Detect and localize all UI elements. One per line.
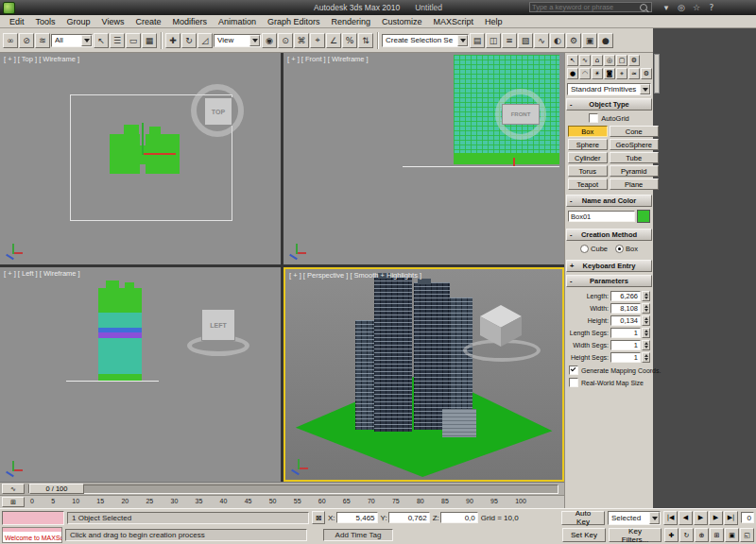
spinner-icon[interactable] xyxy=(642,303,650,314)
angle-snap-icon[interactable]: ∠ xyxy=(326,33,341,48)
menu-item[interactable]: Views xyxy=(96,17,130,26)
select-and-scale-icon[interactable]: ◿ xyxy=(198,33,213,48)
box-button[interactable]: Box xyxy=(568,126,608,137)
pyramid-button[interactable]: Pyramid xyxy=(610,165,659,177)
help-icon[interactable]: ? xyxy=(705,1,718,13)
building-tower[interactable] xyxy=(374,277,412,432)
parameter-value-field[interactable]: 6,266 xyxy=(610,291,641,301)
create-tab-icon[interactable]: ↖ xyxy=(567,55,578,66)
dropdown-arrow-icon[interactable] xyxy=(640,84,650,94)
keyboard-entry-rollout-header[interactable]: + Keyboard Entry xyxy=(566,260,652,272)
favorites-star-icon[interactable]: ☆ xyxy=(690,1,703,13)
named-selection-dropdown[interactable]: Create Selection Se xyxy=(382,34,469,47)
parameter-value-field[interactable]: 1 xyxy=(610,340,641,350)
panel-scrollbar[interactable] xyxy=(654,54,660,94)
keyboard-override-icon[interactable]: ⌘ xyxy=(294,33,309,48)
menu-item[interactable]: Animation xyxy=(213,17,262,26)
search-icon[interactable] xyxy=(640,4,647,11)
dropdown-arrow-icon[interactable] xyxy=(649,512,660,524)
display-tab-icon[interactable]: ▢ xyxy=(616,55,627,66)
graph-editors-icon[interactable]: ∿ xyxy=(534,33,549,48)
parameter-value-field[interactable]: 1 xyxy=(610,352,641,363)
plane-button[interactable]: Plane xyxy=(610,178,659,190)
crossing-selection-icon[interactable]: ▦ xyxy=(142,33,157,48)
teapot-button[interactable]: Teapot xyxy=(568,178,608,190)
generate-mapping-checkbox[interactable] xyxy=(569,366,578,375)
go-to-end-icon[interactable]: ▶| xyxy=(724,511,738,525)
macro-recorder-strip[interactable] xyxy=(2,511,64,525)
mirror-icon[interactable]: ◫ xyxy=(486,33,501,48)
select-and-manipulate-icon[interactable]: ⊙ xyxy=(278,33,293,48)
pan-view-icon[interactable]: ✚ xyxy=(664,528,679,542)
x-coordinate-field[interactable]: 5,465 xyxy=(336,512,378,523)
viewport-left[interactable]: [ + ] [ Left ] [ Wireframe ] LEFT xyxy=(0,267,281,482)
spinner-icon[interactable] xyxy=(642,291,650,301)
parameters-rollout-header[interactable]: - Parameters xyxy=(566,275,652,287)
torus-button[interactable]: Torus xyxy=(568,165,608,177)
cube-radio[interactable] xyxy=(580,245,589,253)
select-object-icon[interactable]: ↖ xyxy=(94,33,109,48)
next-frame-icon[interactable]: ▶ xyxy=(709,511,723,525)
box-object-left-view[interactable] xyxy=(98,313,142,328)
cylinder-button[interactable]: Cylinder xyxy=(568,152,608,163)
y-coordinate-field[interactable]: 0,762 xyxy=(388,512,430,523)
menu-item[interactable]: Graph Editors xyxy=(262,17,326,26)
menu-item[interactable]: Modifiers xyxy=(166,17,213,26)
viewcube[interactable] xyxy=(480,305,522,347)
building-tower[interactable] xyxy=(414,282,450,430)
building-podium[interactable] xyxy=(442,409,476,437)
key-mode-dropdown[interactable]: Selected xyxy=(608,511,661,525)
cone-button[interactable]: Cone xyxy=(610,126,659,137)
select-by-name-icon[interactable]: ☰ xyxy=(110,33,125,48)
object-color-swatch[interactable] xyxy=(637,210,650,223)
snaps-toggle-icon[interactable]: ⌖ xyxy=(310,33,325,48)
macro-recorder-line[interactable] xyxy=(3,528,61,532)
menu-item[interactable]: Create xyxy=(129,17,166,26)
viewport-perspective[interactable]: [ + ] [ Perspective ] [ Smooth + Highlig… xyxy=(284,267,564,482)
viewport-front-label[interactable]: [ + ] [ Front ] [ Wireframe ] xyxy=(287,55,369,63)
select-and-move-icon[interactable]: ✚ xyxy=(165,33,180,48)
dropdown-arrow-icon[interactable] xyxy=(249,35,260,46)
helpers-category-icon[interactable]: ⌖ xyxy=(616,68,627,79)
name-color-rollout-header[interactable]: - Name and Color xyxy=(566,195,652,207)
dropdown-arrow-icon[interactable] xyxy=(457,35,468,46)
geosphere-button[interactable]: GeoSphere xyxy=(610,139,659,150)
real-world-map-checkbox[interactable] xyxy=(569,378,578,387)
menu-item[interactable]: Help xyxy=(479,17,508,26)
spinner-icon[interactable] xyxy=(642,352,650,363)
menu-item[interactable]: Edit xyxy=(4,17,30,26)
sphere-button[interactable]: Sphere xyxy=(568,139,608,150)
utilities-tab-icon[interactable]: ⚙ xyxy=(628,55,640,66)
key-filters-button[interactable]: Key Filters... xyxy=(609,528,662,542)
box-object-left-view[interactable] xyxy=(98,374,142,381)
search-dropdown-icon[interactable]: ▾ xyxy=(660,1,673,13)
parameter-value-field[interactable]: 8,108 xyxy=(610,303,641,314)
parameter-value-field[interactable]: 0,134 xyxy=(610,315,641,326)
maximize-viewport-icon[interactable]: ◱ xyxy=(740,528,754,542)
box-object-top-view[interactable] xyxy=(124,125,139,136)
box-object-top-view[interactable] xyxy=(121,145,170,164)
search-input[interactable] xyxy=(530,3,640,11)
time-slider-track[interactable] xyxy=(28,484,558,494)
communication-center-icon[interactable]: ◎ xyxy=(675,1,688,13)
spinner-icon[interactable] xyxy=(642,340,650,350)
rectangular-region-icon[interactable]: ▭ xyxy=(126,33,141,48)
primitives-category-dropdown[interactable]: Standard Primitives xyxy=(567,83,651,95)
add-time-tag[interactable]: Add Time Tag xyxy=(323,529,393,541)
menu-item[interactable]: Group xyxy=(61,17,96,26)
spinner-snap-icon[interactable]: ⇅ xyxy=(358,33,373,48)
rendered-frame-window-icon[interactable]: ▣ xyxy=(582,33,597,48)
app-logo-icon[interactable] xyxy=(3,2,15,14)
lights-category-icon[interactable]: ☀ xyxy=(592,68,603,79)
menu-item[interactable]: Tools xyxy=(30,17,61,26)
zoom-icon[interactable]: ⊕ xyxy=(695,528,709,542)
viewcube[interactable]: FRONT xyxy=(502,104,540,125)
gizmo-x-axis[interactable] xyxy=(142,153,176,155)
spinner-icon[interactable] xyxy=(642,328,650,338)
reference-coordinate-dropdown[interactable]: View xyxy=(214,34,261,47)
zoom-all-icon[interactable]: ⊞ xyxy=(710,528,724,542)
select-and-link-icon[interactable]: ∞ xyxy=(3,33,18,48)
creation-method-rollout-header[interactable]: - Creation Method xyxy=(566,229,652,241)
viewport-front[interactable]: [ + ] [ Front ] [ Wireframe ] FRONT xyxy=(284,53,564,264)
bind-to-space-warp-icon[interactable]: ≋ xyxy=(35,33,50,48)
